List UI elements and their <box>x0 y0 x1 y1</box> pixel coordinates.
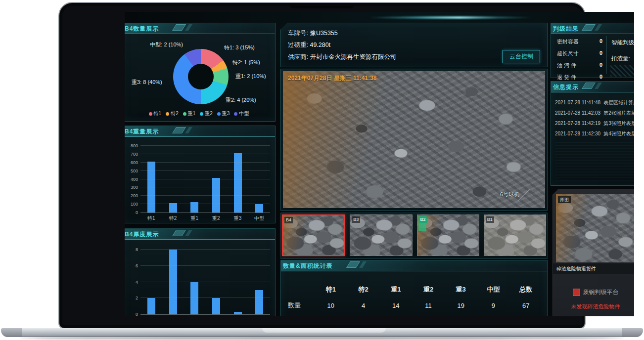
grading-field-value: 0 <box>599 38 602 45</box>
legend-dot-icon <box>149 112 152 116</box>
y-axis-tick: 600 <box>131 160 138 165</box>
original-image[interactable]: 原图 <box>556 194 634 262</box>
laptop-screen-shell: B4数量展示 中型: 2 (10%) 特1: 3 (15%) 特2: 1 (5%… <box>58 2 586 329</box>
legend-dot-icon <box>166 112 169 116</box>
grading-right-label: 扣渣量: <box>611 55 634 62</box>
bar[interactable] <box>169 203 177 212</box>
y-axis-tick: 4 <box>136 280 138 285</box>
message-time: 2021-07-28 11:42:30 <box>555 128 600 139</box>
grading-field-value: 0 <box>599 62 602 69</box>
grading-field-label: 超长尺寸 <box>557 50 579 57</box>
bar-slot <box>227 146 249 212</box>
stats-table-header: 数量&面积统计表 <box>281 260 547 271</box>
bar-slot <box>140 250 162 314</box>
bar-slot <box>205 250 227 314</box>
donut-callout-zhong3: 重3: 8 (40%) <box>132 79 162 86</box>
bar[interactable] <box>255 290 263 314</box>
stats-table-panel: 数量&面积统计表 特1特2重1重2重3中型总数数量104141119967面积 <box>280 260 548 316</box>
gridline <box>140 154 270 154</box>
messages-header: 信息提示 <box>551 82 634 92</box>
x-axis-label: 中型 <box>248 215 270 222</box>
ptz-control-button[interactable]: 云台控制 <box>503 50 540 63</box>
x-axis-label: 重3 <box>227 215 249 222</box>
screen: B4数量展示 中型: 2 (10%) 特1: 3 (15%) 特2: 1 (5%… <box>125 12 634 316</box>
table-cell: 67 <box>509 302 542 309</box>
gridline <box>140 179 270 179</box>
table-header-cell: 重2 <box>412 285 445 294</box>
weight-bars <box>140 146 270 212</box>
gridline <box>140 145 270 146</box>
message-item[interactable]: 2021-07-28 11:41:48表层区域计算成 <box>555 97 634 108</box>
grading-field: 退 货 件0 <box>557 74 602 81</box>
header-decor <box>359 261 367 268</box>
table-row: 数量104141119967 <box>286 301 542 310</box>
plate-row: 车牌号: 豫U35355 <box>281 27 547 39</box>
message-item[interactable]: 2021-07-28 11:42:30第4张照片表层 <box>555 128 634 139</box>
bar-slot <box>248 146 270 212</box>
weight-panel-title: B4重量展示 <box>125 128 159 136</box>
photo-camera-label: 6号球机 <box>500 191 519 198</box>
header-decor <box>582 24 596 31</box>
grading-divider <box>606 36 607 74</box>
message-item[interactable]: 2021-07-28 11:42:03第2张照片表层 <box>555 108 634 118</box>
bar-slot <box>184 146 205 212</box>
bar[interactable] <box>255 204 263 212</box>
main-photo[interactable]: 2021年07月28日 星期三 11:41:38 6号球机 <box>283 71 545 208</box>
weigh-row: 过磅重: 49.280t <box>281 39 547 51</box>
donut-callout-zhong1: 重1: 2 (10%) <box>235 73 266 80</box>
photo-thumbnail[interactable]: B2 <box>417 214 479 256</box>
gridline <box>140 170 270 171</box>
quantity-legend: 特1特2重1重2重3中型 <box>125 110 275 117</box>
message-list: 2021-07-28 11:41:48表层区域计算成2021-07-28 11:… <box>551 92 634 139</box>
thickness-panel: B4厚度展示 02468 特1特2重1重2重3中型 <box>125 228 276 316</box>
bar[interactable] <box>234 312 242 314</box>
header-decor <box>185 230 192 236</box>
table-cell: 14 <box>379 302 412 309</box>
message-text: 第3张照片表层 <box>603 118 634 128</box>
original-image-badge: 原图 <box>558 196 571 203</box>
y-axis-tick: 500 <box>131 169 138 173</box>
bar-slot <box>162 146 184 212</box>
table-row-label: 数量 <box>286 301 315 310</box>
legend-dot-icon <box>183 112 186 116</box>
legend-item[interactable]: 中型 <box>234 110 249 117</box>
weigh-value: 49.280t <box>310 42 330 48</box>
y-axis-tick: 700 <box>131 152 138 157</box>
header-decor <box>346 261 360 268</box>
thumbnail-badge: B4 <box>284 217 293 223</box>
y-axis-tick: 800 <box>131 143 138 148</box>
message-time: 2021-07-28 11:41:48 <box>555 97 600 108</box>
x-axis-label: 重2 <box>205 215 227 222</box>
legend-item[interactable]: 特2 <box>166 110 179 117</box>
table-header-cell: 特1 <box>315 285 347 294</box>
grading-field-value: 0 <box>599 74 602 81</box>
bar-slot <box>162 250 184 314</box>
y-axis-tick: 6 <box>136 263 138 268</box>
legend-dot-icon <box>234 112 237 116</box>
grading-field: 超长尺寸0 <box>557 50 602 57</box>
bar[interactable] <box>169 250 177 314</box>
gridline <box>140 265 270 266</box>
thumbnail-badge: B3 <box>352 216 360 223</box>
gridline <box>140 298 270 298</box>
gridline <box>140 204 270 204</box>
legend-item[interactable]: 重3 <box>217 110 230 117</box>
messages-title: 信息提示 <box>553 83 579 91</box>
legend-item[interactable]: 重1 <box>183 110 196 117</box>
photo-thumbnail[interactable]: B4 <box>282 214 345 256</box>
bar[interactable] <box>212 298 220 314</box>
grading-header: 判级结果 <box>551 23 634 34</box>
message-item[interactable]: 2021-07-28 11:42:19第3张照片表层 <box>555 118 634 128</box>
photo-thumbnail[interactable]: B3 <box>350 214 412 256</box>
grading-field: 油 污 件0 <box>557 62 602 69</box>
thickness-panel-title: B4厚度展示 <box>125 230 159 239</box>
bar[interactable] <box>190 282 198 315</box>
legend-item[interactable]: 重2 <box>200 110 213 117</box>
bar[interactable] <box>147 298 155 314</box>
donut-callout-zhong2: 重2: 4 (20%) <box>226 96 256 104</box>
supplier-value: 开封市金火源再生资源有限公司 <box>310 53 396 60</box>
quantity-panel: B4数量展示 中型: 2 (10%) 特1: 3 (15%) 特2: 1 (5%… <box>125 23 276 122</box>
photo-thumbnail[interactable]: B1 <box>484 214 546 256</box>
vehicle-info-panel: 车牌号: 豫U35355 过磅重: 49.280t 供应商: 开封市金火源再生资… <box>280 23 548 67</box>
legend-item[interactable]: 特1 <box>149 110 162 117</box>
